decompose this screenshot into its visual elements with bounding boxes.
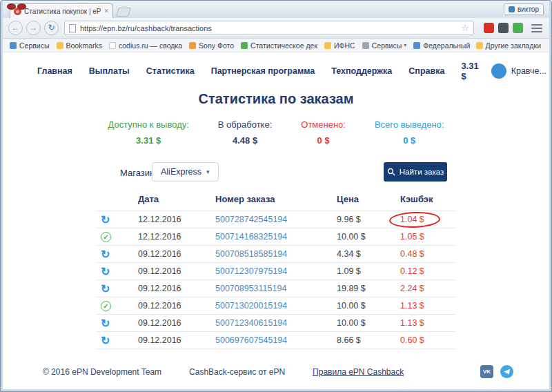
bookmark-label: Сервисы bbox=[19, 41, 50, 50]
session-user-icon bbox=[509, 6, 515, 12]
url-text[interactable]: https://epn.bz/ru/cashback/transactions bbox=[80, 24, 457, 32]
bookmark-label: Сервисы bbox=[372, 41, 402, 50]
order-number-link[interactable]: 500712307975194 bbox=[215, 266, 287, 276]
order-price: 19.89 $ bbox=[337, 284, 400, 293]
telegram-icon[interactable] bbox=[500, 365, 513, 378]
bookmark-label: Статистическое дек bbox=[250, 41, 317, 50]
bookmark-icon bbox=[241, 42, 248, 49]
find-order-button[interactable]: Найти заказ bbox=[384, 162, 447, 182]
order-date: 09.12.2016 bbox=[138, 318, 215, 328]
page-footer: © 2016 ePN Development Team CashBack-сер… bbox=[3, 365, 549, 378]
stat-label: Доступно к выводу: bbox=[108, 119, 189, 130]
adblock-extension-icon[interactable] bbox=[513, 23, 523, 33]
nav-item-support[interactable]: Техподдержка bbox=[331, 66, 392, 76]
status-icon bbox=[101, 265, 110, 278]
table-row: 12.12.2016 500728742545194 9.96 $ 1.04 $ bbox=[97, 210, 455, 228]
status-icon bbox=[101, 301, 111, 311]
stat-value: 4.48 $ bbox=[218, 135, 272, 146]
pdf-extension-icon[interactable] bbox=[484, 23, 494, 33]
reload-button[interactable]: ↻ bbox=[44, 21, 59, 35]
nav-item-statistics[interactable]: Статистика bbox=[146, 66, 195, 76]
tab-title: Статистика покупок | eP bbox=[24, 8, 101, 15]
order-cashback: 1.13 $ bbox=[400, 301, 455, 311]
order-date: 12.12.2016 bbox=[138, 215, 215, 224]
order-number-link[interactable]: 500697607545194 bbox=[215, 335, 287, 345]
table-row: 09.12.2016 500712307975194 1.09 $ 0.12 $ bbox=[97, 262, 455, 280]
order-price: 4.34 $ bbox=[337, 249, 400, 259]
address-bar[interactable]: https://epn.bz/ru/cashback/transactions … bbox=[64, 21, 474, 35]
order-cashback: 1.04 $ bbox=[400, 215, 455, 224]
bookmark-icon bbox=[413, 42, 420, 49]
forward-button[interactable]: → bbox=[26, 21, 41, 35]
browser-toolbar: ← → ↻ https://epn.bz/ru/cashback/transac… bbox=[3, 18, 549, 39]
order-number-link[interactable]: 500714168325194 bbox=[215, 232, 287, 242]
footer-rules-link[interactable]: Правила ePN Cashback bbox=[313, 367, 404, 377]
avatar[interactable] bbox=[491, 63, 506, 79]
table-row: 09.12.2016 500712340615194 10.00 $ 1.13 … bbox=[97, 314, 455, 331]
stat-label: Отменено: bbox=[301, 119, 346, 130]
bookmark-item[interactable]: codius.ru — сводка bbox=[106, 41, 185, 50]
table-row: 09.12.2016 500713020015194 10.00 $ 1.13 … bbox=[97, 297, 455, 314]
bookmarks-bar: Сервисы Bookmarks codius.ru — сводка Son… bbox=[3, 39, 549, 52]
bookmark-label: ИФНС bbox=[334, 41, 355, 50]
recording-indicator-icon bbox=[7, 3, 28, 10]
other-bookmarks-button[interactable]: Другие закладки bbox=[471, 41, 544, 50]
bookmark-label: codius.ru — сводка bbox=[119, 41, 182, 50]
nav-item-partner-program[interactable]: Партнерская программа bbox=[211, 66, 315, 76]
bookmark-item[interactable]: ИФНС bbox=[322, 41, 358, 50]
bookmark-item[interactable]: Sony Фото bbox=[186, 41, 237, 50]
bookmark-star-icon[interactable]: ☆ bbox=[461, 23, 469, 33]
order-cashback: 2.24 $ bbox=[400, 284, 455, 293]
page-content: Главная Выплаты Статистика Партнерская п… bbox=[3, 52, 549, 389]
footer-copyright: © 2016 ePN Development Team bbox=[43, 367, 161, 377]
status-icon bbox=[101, 317, 110, 330]
order-number-link[interactable]: 500728742545194 bbox=[215, 215, 287, 224]
order-number-link[interactable]: 500713020015194 bbox=[215, 301, 287, 311]
stat-label: Всего выведено: bbox=[375, 119, 444, 130]
stat-processing: В обработке: 4.48 $ bbox=[218, 119, 272, 146]
chrome-menu-icon[interactable] bbox=[530, 22, 544, 35]
nav-item-home[interactable]: Главная bbox=[37, 66, 72, 76]
bookmark-icon bbox=[109, 42, 116, 49]
status-icon bbox=[101, 213, 110, 226]
bookmark-item[interactable]: Статистическое дек bbox=[238, 41, 320, 50]
bookmark-item[interactable]: Сервисы bbox=[7, 41, 52, 50]
order-number-link[interactable]: 500708518585194 bbox=[215, 249, 287, 259]
order-date: 12.12.2016 bbox=[138, 232, 215, 242]
extension-icon[interactable] bbox=[498, 23, 509, 33]
table-row: 09.12.2016 500708518585194 4.34 $ 0.48 $ bbox=[97, 245, 455, 262]
bookmark-icon bbox=[324, 42, 331, 49]
site-navigation: Главная Выплаты Статистика Партнерская п… bbox=[3, 52, 549, 81]
header-cashback: Кэшбэк bbox=[400, 194, 455, 204]
header-order-number: Номер заказа bbox=[215, 194, 337, 204]
nav-item-payouts[interactable]: Выплаты bbox=[89, 66, 130, 76]
bookmark-item[interactable]: Bookmarks bbox=[54, 41, 106, 50]
new-tab-button[interactable] bbox=[116, 8, 131, 17]
header-price: Цена bbox=[337, 194, 400, 204]
order-number-link[interactable]: 500708953115194 bbox=[215, 284, 286, 293]
order-number-link[interactable]: 500712340615194 bbox=[215, 318, 287, 328]
status-icon bbox=[101, 282, 110, 295]
orders-table: Дата Номер заказа Цена Кэшбэк 12.12.2016… bbox=[97, 194, 455, 349]
back-button[interactable]: ← bbox=[8, 21, 23, 35]
account-balance: 3.31 $ bbox=[461, 61, 478, 81]
title-bar: e Статистика покупок | eP ✕ виктор bbox=[3, 1, 549, 18]
bookmark-label: Федеральный закон bbox=[423, 41, 470, 50]
table-row: 12.12.2016 500714168325194 10.00 $ 1.05 … bbox=[97, 228, 455, 245]
bookmark-icon bbox=[10, 42, 17, 49]
bookmark-icon bbox=[189, 42, 196, 49]
page-security-icon[interactable] bbox=[69, 24, 76, 32]
account-user-name[interactable]: Кравче... bbox=[511, 66, 546, 76]
nav-item-help[interactable]: Справка bbox=[408, 66, 444, 76]
bookmark-folder-item[interactable]: Сервисы ▾ bbox=[359, 41, 410, 50]
tab-close-icon[interactable]: ✕ bbox=[103, 8, 109, 14]
vk-icon[interactable]: VK bbox=[480, 365, 493, 378]
order-date: 09.12.2016 bbox=[138, 249, 215, 259]
order-price: 8.66 $ bbox=[337, 335, 400, 345]
order-cashback: 1.13 $ bbox=[400, 318, 455, 328]
shop-dropdown[interactable]: AliExpress ▾ bbox=[152, 162, 219, 182]
table-row: 09.12.2016 500697607545194 8.66 $ 0.60 $ bbox=[97, 331, 455, 349]
chevron-down-icon: ▾ bbox=[404, 42, 406, 48]
bookmark-item[interactable]: Федеральный закон bbox=[411, 41, 470, 50]
order-price: 10.00 $ bbox=[337, 318, 400, 328]
